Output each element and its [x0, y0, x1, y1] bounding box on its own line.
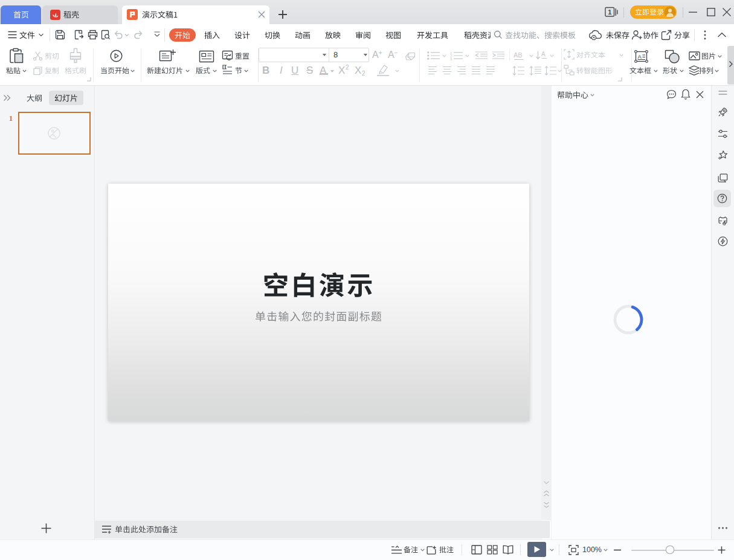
svg-text:3: 3	[450, 57, 452, 60]
svg-text:1: 1	[608, 8, 611, 16]
svg-text:AB: AB	[513, 51, 523, 59]
svg-text:A: A	[541, 51, 546, 57]
svg-text:A: A	[638, 53, 642, 60]
